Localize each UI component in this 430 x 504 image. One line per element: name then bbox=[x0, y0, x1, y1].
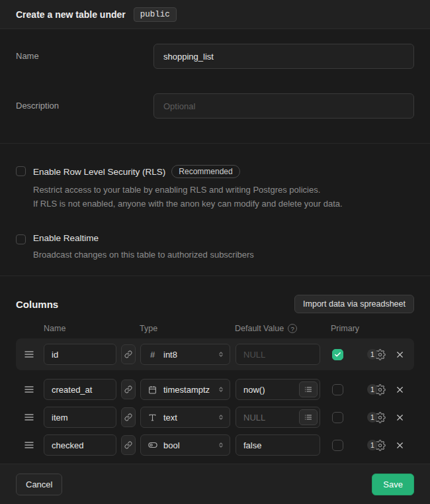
table-description-input[interactable] bbox=[153, 93, 414, 119]
boolean-icon bbox=[148, 440, 157, 450]
close-icon bbox=[395, 440, 405, 450]
close-icon bbox=[395, 413, 405, 423]
remove-column-button[interactable] bbox=[395, 385, 405, 395]
column-type-select[interactable]: timestamptz bbox=[140, 379, 230, 400]
default-suggestions-button[interactable] bbox=[299, 381, 318, 397]
header-default-value: Default Value bbox=[235, 324, 284, 333]
table-name-input[interactable] bbox=[153, 44, 414, 69]
header-primary: Primary bbox=[331, 324, 359, 333]
help-icon[interactable]: ? bbox=[288, 324, 297, 333]
settings-count-badge: 1 bbox=[367, 384, 378, 395]
remove-column-button[interactable] bbox=[395, 350, 405, 360]
list-icon bbox=[304, 385, 312, 393]
default-suggestions-button[interactable] bbox=[299, 409, 318, 425]
table-details-section: Name Description bbox=[0, 29, 430, 144]
columns-header-row: Name Type Default Value ? Primary bbox=[16, 324, 414, 333]
recommended-badge: Recommended bbox=[171, 165, 239, 178]
header-type: Type bbox=[140, 324, 235, 333]
realtime-checkbox[interactable] bbox=[16, 234, 26, 244]
chevron-up-down-icon bbox=[217, 441, 225, 449]
column-name-input[interactable] bbox=[44, 379, 116, 400]
drag-handle-icon[interactable] bbox=[24, 384, 34, 395]
column-type-select[interactable]: bool bbox=[140, 434, 230, 456]
column-type-select[interactable]: # int8 bbox=[140, 344, 230, 365]
description-label: Description bbox=[16, 93, 153, 119]
link-icon bbox=[124, 413, 132, 421]
close-icon bbox=[395, 385, 405, 395]
default-value-field bbox=[236, 344, 320, 365]
realtime-toggle-block: Enable Realtime Broadcast changes on thi… bbox=[16, 233, 414, 262]
text-type-icon bbox=[148, 413, 157, 422]
realtime-description: Broadcast changes on this table to autho… bbox=[33, 248, 254, 262]
column-name-input[interactable] bbox=[44, 344, 116, 365]
columns-title: Columns bbox=[16, 299, 58, 310]
drag-handle-icon[interactable] bbox=[24, 412, 34, 423]
rls-checkbox[interactable] bbox=[16, 166, 26, 176]
default-value-field bbox=[236, 407, 320, 428]
chevron-up-down-icon bbox=[217, 413, 225, 421]
rls-description-line2: If RLS is not enabled, anyone with the a… bbox=[33, 197, 343, 211]
remove-column-button[interactable] bbox=[395, 440, 405, 450]
settings-count-badge: 1 bbox=[367, 349, 378, 360]
default-value-input[interactable] bbox=[243, 385, 299, 395]
chevron-up-down-icon bbox=[217, 350, 225, 358]
rls-description-line1: Restrict access to your table by enablin… bbox=[33, 183, 343, 197]
drag-handle-icon[interactable] bbox=[24, 349, 34, 360]
column-name-input[interactable] bbox=[44, 434, 116, 456]
column-row-checked: bool 1 bbox=[16, 431, 414, 459]
column-type-select[interactable]: text bbox=[140, 407, 230, 428]
name-label: Name bbox=[16, 44, 153, 69]
foreign-key-link-button[interactable] bbox=[121, 379, 136, 399]
check-icon bbox=[334, 351, 341, 358]
rls-content: Enable Row Level Security (RLS) Recommen… bbox=[33, 165, 343, 211]
realtime-title: Enable Realtime bbox=[33, 233, 99, 243]
chevron-up-down-icon bbox=[217, 385, 225, 393]
rls-title: Enable Row Level Security (RLS) bbox=[33, 167, 165, 177]
default-value-input[interactable] bbox=[243, 440, 318, 450]
dialog-title: Create a new table under bbox=[16, 9, 126, 20]
column-row-item: text 1 bbox=[16, 403, 414, 431]
name-row: Name bbox=[16, 44, 414, 69]
link-icon bbox=[124, 350, 132, 358]
create-table-dialog: Create a new table under public Name Des… bbox=[0, 0, 430, 504]
close-icon bbox=[395, 350, 405, 360]
settings-count-badge: 1 bbox=[367, 440, 378, 450]
calendar-icon bbox=[148, 385, 157, 394]
column-row-created-at: timestamptz 1 bbox=[16, 376, 414, 403]
dialog-footer: Cancel Save bbox=[0, 464, 430, 504]
import-spreadsheet-button[interactable]: Import data via spreadsheet bbox=[294, 295, 414, 313]
header-name: Name bbox=[44, 324, 140, 333]
default-value-input bbox=[243, 350, 318, 360]
realtime-content: Enable Realtime Broadcast changes on thi… bbox=[33, 233, 254, 262]
default-value-field bbox=[236, 379, 320, 400]
columns-section: Columns Import data via spreadsheet Name… bbox=[0, 276, 430, 464]
primary-checkbox[interactable] bbox=[332, 384, 343, 395]
list-icon bbox=[304, 413, 312, 421]
primary-checkbox[interactable] bbox=[332, 440, 343, 451]
link-icon bbox=[124, 385, 132, 393]
foreign-key-link-button[interactable] bbox=[121, 407, 136, 427]
table-options-section: Enable Row Level Security (RLS) Recommen… bbox=[0, 144, 430, 276]
link-icon bbox=[124, 441, 132, 449]
description-row: Description bbox=[16, 93, 414, 119]
default-value-input[interactable] bbox=[243, 413, 299, 423]
cancel-button[interactable]: Cancel bbox=[16, 474, 62, 495]
remove-column-button[interactable] bbox=[395, 413, 405, 423]
number-icon: # bbox=[148, 350, 157, 360]
rls-toggle-block: Enable Row Level Security (RLS) Recommen… bbox=[16, 165, 414, 211]
drag-handle-icon[interactable] bbox=[24, 440, 34, 450]
dialog-header: Create a new table under public bbox=[0, 0, 430, 29]
default-value-field bbox=[236, 434, 320, 456]
schema-badge: public bbox=[134, 7, 177, 22]
save-button[interactable]: Save bbox=[372, 474, 414, 495]
column-name-input[interactable] bbox=[44, 407, 116, 428]
foreign-key-link-button[interactable] bbox=[121, 344, 136, 364]
primary-checkbox[interactable] bbox=[332, 412, 343, 423]
foreign-key-link-button[interactable] bbox=[121, 435, 136, 455]
primary-checkbox[interactable] bbox=[332, 349, 343, 360]
settings-count-badge: 1 bbox=[367, 412, 378, 423]
column-row-id: # int8 1 bbox=[16, 338, 414, 370]
